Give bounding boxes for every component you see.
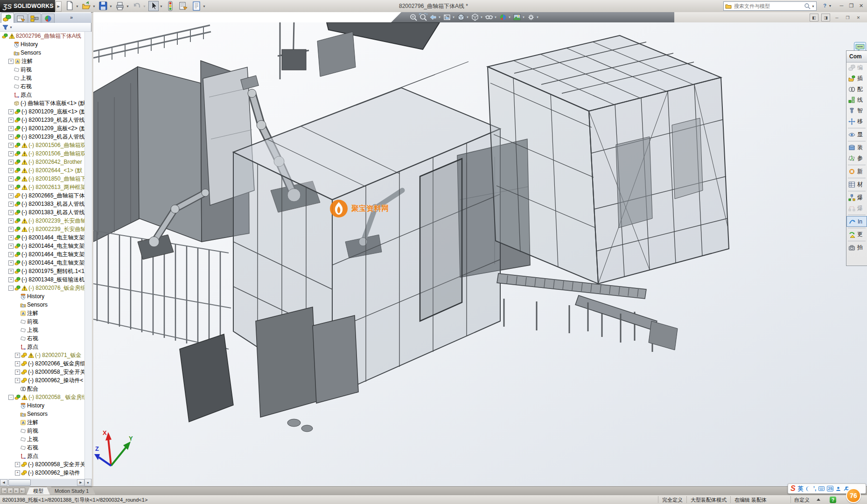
- open-button[interactable]: [81, 1, 91, 11]
- insert-components-button[interactable]: 插: [846, 73, 867, 84]
- undo-caret-icon[interactable]: ▼: [143, 5, 147, 8]
- zoom-to-area-button[interactable]: [419, 13, 427, 22]
- expand-toggle[interactable]: +: [8, 260, 14, 266]
- tree-item[interactable]: +(-) 82000958_安全开关: [0, 460, 84, 469]
- tree-item[interactable]: +(-) 82002644_<1> (默: [0, 166, 82, 175]
- exploded-view-button[interactable]: 爆: [846, 192, 867, 203]
- expand-toggle[interactable]: +: [8, 269, 14, 274]
- ime-skin-badge[interactable]: 25: [827, 486, 833, 491]
- tree-item[interactable]: +(-) 82000962_操动件<: [0, 376, 83, 385]
- tree-item[interactable]: 上视: [0, 74, 32, 82]
- search-caret-icon[interactable]: ▼: [811, 5, 815, 8]
- smart-fasteners-button[interactable]: 智: [846, 105, 867, 116]
- help-caret-icon[interactable]: ▼: [828, 2, 832, 9]
- print-button[interactable]: [115, 1, 125, 11]
- expand-toggle[interactable]: +: [8, 168, 14, 173]
- tab-next-icon[interactable]: ▶: [14, 488, 19, 494]
- expand-toggle[interactable]: +: [8, 193, 14, 198]
- expand-toggle[interactable]: +: [15, 470, 20, 476]
- tree-item[interactable]: 82002796_曲轴箱下体A线: [0, 32, 81, 40]
- save-button[interactable]: [98, 1, 108, 11]
- edit-component-button[interactable]: 编: [846, 63, 867, 73]
- zoom-to-fit-button[interactable]: [409, 13, 418, 22]
- reference-geometry-button[interactable]: 参: [846, 153, 867, 164]
- tree-item[interactable]: 原点: [0, 452, 38, 460]
- tree-scroll-track[interactable]: [84, 32, 92, 479]
- tree-item[interactable]: +(-) 82002071_钣金: [0, 351, 81, 359]
- edit-appearance-caret-icon[interactable]: ▼: [508, 16, 511, 19]
- doc-restore-button[interactable]: ❐: [844, 14, 852, 21]
- tree-filter-bar[interactable]: ▼: [0, 23, 91, 32]
- mate-button[interactable]: 配: [846, 84, 867, 95]
- expand-toggle[interactable]: +: [8, 202, 14, 207]
- display-style-button[interactable]: [470, 13, 479, 22]
- expand-toggle[interactable]: +: [8, 227, 14, 232]
- new-document-button[interactable]: [64, 1, 75, 11]
- expand-toggle[interactable]: +: [8, 109, 14, 114]
- tree-item[interactable]: History: [0, 40, 38, 49]
- tree-item[interactable]: -(-) 82002058_ 钣金房组: [0, 393, 84, 401]
- doc-minimize-button[interactable]: ─: [833, 14, 841, 21]
- tab-last-icon[interactable]: ▶|: [20, 488, 25, 494]
- panel-tab-propertymanager[interactable]: [14, 14, 28, 23]
- tree-item[interactable]: +(-) 82001975_翻转机.1<1: [0, 267, 84, 275]
- panel-expand-chevron[interactable]: »: [70, 14, 77, 21]
- doc-tab-motion-study[interactable]: Motion Study 1: [48, 487, 95, 495]
- view-orientation-button[interactable]: [456, 13, 465, 22]
- doc-close-button[interactable]: ✕: [854, 14, 862, 21]
- toolbar-expander[interactable]: ▶: [56, 1, 62, 12]
- apply-scene-button[interactable]: [512, 13, 521, 22]
- search-magnifier-icon[interactable]: [804, 3, 811, 9]
- view-settings-button[interactable]: [526, 13, 535, 22]
- tree-item[interactable]: +(-) 82002665_曲轴箱下体: [0, 191, 84, 200]
- tree-item[interactable]: +(-) 82001209_底板<2> (默: [0, 124, 84, 133]
- sogou-logo-icon[interactable]: S: [790, 485, 796, 492]
- new-document-caret-icon[interactable]: ▼: [76, 5, 79, 8]
- tree-item[interactable]: +(-) 82000962_操动件: [0, 469, 80, 477]
- tree-item[interactable]: +(-) 82001239_机器人管线: [0, 133, 84, 141]
- apply-scene-caret-icon[interactable]: ▼: [522, 16, 525, 19]
- expand-toggle[interactable]: +: [8, 185, 14, 190]
- expand-toggle[interactable]: +: [15, 361, 20, 366]
- tree-item[interactable]: +(-) 82001464_电主轴支架: [0, 233, 84, 242]
- expand-toggle[interactable]: +: [8, 176, 14, 182]
- filter-caret-icon[interactable]: ▼: [9, 26, 13, 29]
- status-help-icon[interactable]: ?: [830, 497, 836, 503]
- update-assembly-button[interactable]: 更: [846, 229, 867, 240]
- expand-toggle[interactable]: +: [8, 218, 14, 224]
- tree-item[interactable]: +(-) 82000958_安全开关: [0, 368, 84, 376]
- display-style-caret-icon[interactable]: ▼: [480, 16, 483, 19]
- take-snapshot-button[interactable]: 拍: [846, 242, 867, 253]
- tree-item[interactable]: +(-) 82001383_机器人管线: [0, 208, 84, 217]
- tree-horizontal-scrollbar[interactable]: ◀ ▶: [0, 479, 84, 486]
- minimize-button[interactable]: ─: [837, 2, 846, 9]
- hide-show-items-caret-icon[interactable]: ▼: [494, 16, 497, 19]
- tree-item[interactable]: Sensors: [0, 49, 41, 57]
- tree-item[interactable]: +(-) 82001850_曲轴箱下: [0, 175, 84, 183]
- show-hidden-components-button[interactable]: 显: [846, 129, 867, 140]
- model-canvas[interactable]: [93, 22, 867, 486]
- sogou-day-badge[interactable]: 76: [846, 488, 861, 503]
- tab-first-icon[interactable]: |◀: [1, 488, 7, 494]
- ime-keyboard-icon[interactable]: [818, 486, 825, 491]
- tree-item[interactable]: +(-) 82002239_长安曲轴: [0, 217, 84, 225]
- tree-item[interactable]: +(-) 82001239_机器人管线: [0, 116, 84, 124]
- ime-language-toggle[interactable]: 英: [798, 485, 804, 493]
- tree-item[interactable]: -(-) 82002076_钣金房组: [0, 284, 84, 292]
- tree-item[interactable]: +(-) 82001506_曲轴箱双: [0, 149, 84, 158]
- tree-item[interactable]: +(-) 82001506_曲轴箱双: [0, 141, 84, 149]
- tree-item[interactable]: Sensors: [0, 410, 48, 418]
- tree-item[interactable]: +(-) 82001464_电主轴支架: [0, 259, 84, 267]
- tree-item[interactable]: 右视: [0, 443, 38, 452]
- tree-item[interactable]: 上视: [0, 435, 38, 443]
- panel-tab-configurationmanager[interactable]: [28, 14, 41, 23]
- tree-item[interactable]: 原点: [0, 343, 38, 351]
- expand-toggle[interactable]: +: [8, 118, 14, 123]
- tree-item[interactable]: Sensors: [0, 301, 48, 309]
- tree-item[interactable]: 前视: [0, 317, 38, 326]
- expand-toggle[interactable]: -: [8, 286, 14, 291]
- expand-toggle[interactable]: +: [8, 210, 14, 215]
- ime-fullhalf-icon[interactable]: [806, 486, 811, 491]
- expand-toggle[interactable]: +: [8, 126, 14, 131]
- select-cursor-caret-icon[interactable]: ▼: [160, 5, 163, 8]
